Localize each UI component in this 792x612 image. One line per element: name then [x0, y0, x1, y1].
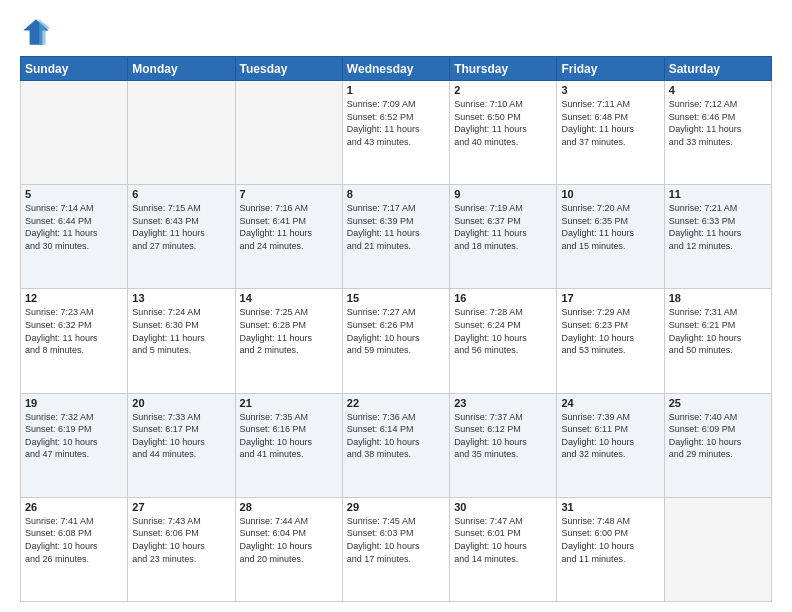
calendar-cell [664, 497, 771, 601]
calendar-cell: 30Sunrise: 7:47 AM Sunset: 6:01 PM Dayli… [450, 497, 557, 601]
day-number: 16 [454, 292, 552, 304]
calendar-cell: 13Sunrise: 7:24 AM Sunset: 6:30 PM Dayli… [128, 289, 235, 393]
calendar-cell: 23Sunrise: 7:37 AM Sunset: 6:12 PM Dayli… [450, 393, 557, 497]
day-number: 4 [669, 84, 767, 96]
day-number: 8 [347, 188, 445, 200]
day-info: Sunrise: 7:27 AM Sunset: 6:26 PM Dayligh… [347, 306, 445, 356]
day-info: Sunrise: 7:11 AM Sunset: 6:48 PM Dayligh… [561, 98, 659, 148]
calendar-cell: 19Sunrise: 7:32 AM Sunset: 6:19 PM Dayli… [21, 393, 128, 497]
day-info: Sunrise: 7:32 AM Sunset: 6:19 PM Dayligh… [25, 411, 123, 461]
calendar-cell: 31Sunrise: 7:48 AM Sunset: 6:00 PM Dayli… [557, 497, 664, 601]
day-number: 31 [561, 501, 659, 513]
page: SundayMondayTuesdayWednesdayThursdayFrid… [0, 0, 792, 612]
calendar-cell: 25Sunrise: 7:40 AM Sunset: 6:09 PM Dayli… [664, 393, 771, 497]
day-number: 15 [347, 292, 445, 304]
calendar-cell: 15Sunrise: 7:27 AM Sunset: 6:26 PM Dayli… [342, 289, 449, 393]
day-info: Sunrise: 7:09 AM Sunset: 6:52 PM Dayligh… [347, 98, 445, 148]
calendar-cell: 20Sunrise: 7:33 AM Sunset: 6:17 PM Dayli… [128, 393, 235, 497]
day-info: Sunrise: 7:28 AM Sunset: 6:24 PM Dayligh… [454, 306, 552, 356]
dow-header-monday: Monday [128, 57, 235, 81]
calendar-cell: 7Sunrise: 7:16 AM Sunset: 6:41 PM Daylig… [235, 185, 342, 289]
dow-header-tuesday: Tuesday [235, 57, 342, 81]
calendar-cell: 6Sunrise: 7:15 AM Sunset: 6:43 PM Daylig… [128, 185, 235, 289]
day-number: 21 [240, 397, 338, 409]
dow-header-friday: Friday [557, 57, 664, 81]
calendar-cell: 26Sunrise: 7:41 AM Sunset: 6:08 PM Dayli… [21, 497, 128, 601]
calendar-cell: 1Sunrise: 7:09 AM Sunset: 6:52 PM Daylig… [342, 81, 449, 185]
day-info: Sunrise: 7:12 AM Sunset: 6:46 PM Dayligh… [669, 98, 767, 148]
day-number: 25 [669, 397, 767, 409]
day-info: Sunrise: 7:47 AM Sunset: 6:01 PM Dayligh… [454, 515, 552, 565]
header [20, 16, 772, 48]
calendar-cell: 21Sunrise: 7:35 AM Sunset: 6:16 PM Dayli… [235, 393, 342, 497]
day-number: 22 [347, 397, 445, 409]
day-info: Sunrise: 7:37 AM Sunset: 6:12 PM Dayligh… [454, 411, 552, 461]
day-number: 1 [347, 84, 445, 96]
calendar-cell: 29Sunrise: 7:45 AM Sunset: 6:03 PM Dayli… [342, 497, 449, 601]
day-number: 30 [454, 501, 552, 513]
day-info: Sunrise: 7:17 AM Sunset: 6:39 PM Dayligh… [347, 202, 445, 252]
day-number: 13 [132, 292, 230, 304]
day-info: Sunrise: 7:36 AM Sunset: 6:14 PM Dayligh… [347, 411, 445, 461]
day-info: Sunrise: 7:44 AM Sunset: 6:04 PM Dayligh… [240, 515, 338, 565]
calendar-cell: 28Sunrise: 7:44 AM Sunset: 6:04 PM Dayli… [235, 497, 342, 601]
day-info: Sunrise: 7:40 AM Sunset: 6:09 PM Dayligh… [669, 411, 767, 461]
day-info: Sunrise: 7:10 AM Sunset: 6:50 PM Dayligh… [454, 98, 552, 148]
day-number: 23 [454, 397, 552, 409]
day-number: 20 [132, 397, 230, 409]
logo [20, 16, 56, 48]
calendar-cell: 18Sunrise: 7:31 AM Sunset: 6:21 PM Dayli… [664, 289, 771, 393]
calendar-cell: 5Sunrise: 7:14 AM Sunset: 6:44 PM Daylig… [21, 185, 128, 289]
day-number: 17 [561, 292, 659, 304]
day-info: Sunrise: 7:48 AM Sunset: 6:00 PM Dayligh… [561, 515, 659, 565]
day-number: 14 [240, 292, 338, 304]
calendar-cell: 24Sunrise: 7:39 AM Sunset: 6:11 PM Dayli… [557, 393, 664, 497]
day-number: 10 [561, 188, 659, 200]
calendar-cell: 27Sunrise: 7:43 AM Sunset: 6:06 PM Dayli… [128, 497, 235, 601]
day-info: Sunrise: 7:31 AM Sunset: 6:21 PM Dayligh… [669, 306, 767, 356]
week-row-4: 19Sunrise: 7:32 AM Sunset: 6:19 PM Dayli… [21, 393, 772, 497]
logo-icon [20, 16, 52, 48]
dow-header-wednesday: Wednesday [342, 57, 449, 81]
calendar-cell: 17Sunrise: 7:29 AM Sunset: 6:23 PM Dayli… [557, 289, 664, 393]
week-row-2: 5Sunrise: 7:14 AM Sunset: 6:44 PM Daylig… [21, 185, 772, 289]
day-info: Sunrise: 7:23 AM Sunset: 6:32 PM Dayligh… [25, 306, 123, 356]
calendar-cell [128, 81, 235, 185]
day-number: 12 [25, 292, 123, 304]
day-info: Sunrise: 7:19 AM Sunset: 6:37 PM Dayligh… [454, 202, 552, 252]
day-number: 27 [132, 501, 230, 513]
calendar-cell: 16Sunrise: 7:28 AM Sunset: 6:24 PM Dayli… [450, 289, 557, 393]
day-number: 19 [25, 397, 123, 409]
day-info: Sunrise: 7:29 AM Sunset: 6:23 PM Dayligh… [561, 306, 659, 356]
dow-header-thursday: Thursday [450, 57, 557, 81]
day-info: Sunrise: 7:21 AM Sunset: 6:33 PM Dayligh… [669, 202, 767, 252]
calendar-cell: 22Sunrise: 7:36 AM Sunset: 6:14 PM Dayli… [342, 393, 449, 497]
day-info: Sunrise: 7:35 AM Sunset: 6:16 PM Dayligh… [240, 411, 338, 461]
day-number: 29 [347, 501, 445, 513]
calendar-table: SundayMondayTuesdayWednesdayThursdayFrid… [20, 56, 772, 602]
calendar-cell: 10Sunrise: 7:20 AM Sunset: 6:35 PM Dayli… [557, 185, 664, 289]
week-row-1: 1Sunrise: 7:09 AM Sunset: 6:52 PM Daylig… [21, 81, 772, 185]
day-number: 24 [561, 397, 659, 409]
day-number: 11 [669, 188, 767, 200]
day-info: Sunrise: 7:14 AM Sunset: 6:44 PM Dayligh… [25, 202, 123, 252]
day-info: Sunrise: 7:33 AM Sunset: 6:17 PM Dayligh… [132, 411, 230, 461]
day-number: 5 [25, 188, 123, 200]
week-row-5: 26Sunrise: 7:41 AM Sunset: 6:08 PM Dayli… [21, 497, 772, 601]
day-info: Sunrise: 7:20 AM Sunset: 6:35 PM Dayligh… [561, 202, 659, 252]
day-info: Sunrise: 7:16 AM Sunset: 6:41 PM Dayligh… [240, 202, 338, 252]
day-number: 18 [669, 292, 767, 304]
day-info: Sunrise: 7:15 AM Sunset: 6:43 PM Dayligh… [132, 202, 230, 252]
svg-marker-1 [39, 19, 50, 45]
dow-header-sunday: Sunday [21, 57, 128, 81]
day-number: 7 [240, 188, 338, 200]
calendar-cell: 12Sunrise: 7:23 AM Sunset: 6:32 PM Dayli… [21, 289, 128, 393]
day-number: 3 [561, 84, 659, 96]
day-info: Sunrise: 7:39 AM Sunset: 6:11 PM Dayligh… [561, 411, 659, 461]
day-number: 9 [454, 188, 552, 200]
day-number: 6 [132, 188, 230, 200]
day-info: Sunrise: 7:45 AM Sunset: 6:03 PM Dayligh… [347, 515, 445, 565]
day-info: Sunrise: 7:25 AM Sunset: 6:28 PM Dayligh… [240, 306, 338, 356]
calendar-cell: 2Sunrise: 7:10 AM Sunset: 6:50 PM Daylig… [450, 81, 557, 185]
dow-header-saturday: Saturday [664, 57, 771, 81]
